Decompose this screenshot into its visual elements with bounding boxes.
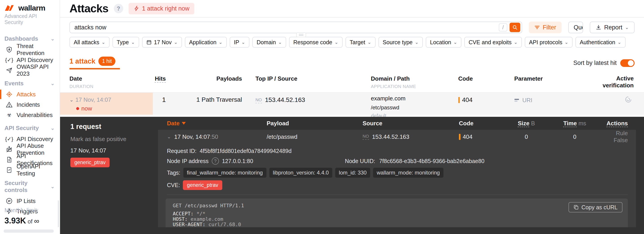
country-flag-NO[interactable]: NO: [256, 97, 262, 103]
rule-action[interactable]: Rule: [616, 130, 628, 137]
attack-type-tag[interactable]: generic_ptrav: [70, 158, 110, 167]
copy-icon: [574, 205, 579, 210]
sidebar-item-threat-prevention[interactable]: Threat Prevention: [0, 44, 60, 55]
braces-icon: {✓}: [6, 135, 13, 143]
report-button[interactable]: Report ⌄: [590, 22, 634, 33]
request-row[interactable]: ⌄ 17 Nov, 14:07:50 /etc/passwd NO 153.44…: [158, 130, 636, 143]
chevron-down-icon[interactable]: ⌄: [167, 134, 171, 140]
mark-false-positive-link[interactable]: Mark as false positive: [70, 136, 158, 143]
col-payload: Payload: [267, 120, 362, 127]
filter-chip-all-attacks[interactable]: All attacks⌄: [70, 37, 110, 48]
col-size[interactable]: Size B: [504, 120, 549, 127]
shield-bolt-icon: [6, 46, 13, 53]
cve-tag[interactable]: generic_ptrav: [183, 180, 222, 190]
col-date: Date: [70, 75, 146, 82]
sidebar-item-incidents[interactable]: Incidents: [0, 99, 60, 110]
chevron-down-icon: ⌄: [368, 40, 371, 45]
filter-chip-source-type[interactable]: Source type⌄: [378, 37, 423, 48]
filter-chip-target[interactable]: Target⌄: [346, 37, 376, 48]
request-size: 0: [504, 133, 549, 140]
tab-attacks-results[interactable]: 1 attack 1 hit: [70, 57, 116, 69]
attack-parameter: URI: [522, 97, 532, 104]
col-hits[interactable]: Hits: [155, 75, 166, 82]
tag-chip[interactable]: wallarm_mode: monitoring: [373, 168, 443, 178]
search-button[interactable]: [510, 23, 520, 32]
filter-chip-ip[interactable]: IP⌄: [230, 37, 250, 48]
filter-chip-cve[interactable]: CVE and exploits⌄: [464, 37, 522, 48]
sidebar-scrollbar[interactable]: [58, 200, 59, 227]
attack-now-badge[interactable]: 1 attack right now: [128, 3, 194, 14]
monthly-limit-used: 3.93K: [4, 216, 26, 225]
filter-chips-row: All attacks⌄ Type⌄ 17 Nov⌄ Application⌄ …: [70, 37, 634, 48]
tag-chip[interactable]: libproton_version: 4.4.0: [269, 168, 332, 178]
sidebar-item-vulnerabilities[interactable]: ☣ Vulnerabilities: [0, 110, 60, 120]
attack-table-row[interactable]: ⌄ 17 Nov, 14:07 now 1 1 Path Traversal N…: [60, 93, 644, 115]
crosshair-icon: [6, 90, 13, 98]
col-date-sort[interactable]: Date: [167, 120, 267, 127]
ip-circle-icon: IP: [6, 197, 13, 205]
brand-subtitle: Advanced API Security: [4, 13, 55, 25]
queries-button[interactable]: Queries ⌄: [569, 22, 583, 33]
copy-as-curl-button[interactable]: Copy as cURL: [568, 202, 622, 212]
false-action[interactable]: False: [614, 137, 628, 144]
main-area: Attacks ? 1 attack right now /: [60, 0, 644, 234]
chevron-down-icon: ⌄: [174, 40, 178, 45]
cve-label: CVE:: [167, 182, 180, 188]
country-flag-NO[interactable]: NO: [362, 134, 369, 140]
requests-table: Date Payload Source Code Size B Time ms …: [158, 117, 636, 234]
col-time[interactable]: Time ms: [549, 120, 600, 127]
robot-icon: [6, 146, 13, 153]
queries-group: Queries ⌄ ☆: [568, 22, 583, 33]
sidebar-item-attacks[interactable]: Attacks: [0, 89, 60, 99]
request-id-label: Request ID:: [167, 148, 196, 154]
filter-button[interactable]: Filter: [529, 22, 562, 33]
braces-icon: {✓}: [6, 56, 13, 64]
filter-chip-date[interactable]: 17 Nov⌄: [142, 37, 182, 48]
help-icon[interactable]: ?: [212, 157, 219, 165]
detail-summary: 1 request Mark as false positive 17 Nov,…: [60, 117, 158, 234]
sidebar-item-owasp-api-2023[interactable]: OWASP API 2023: [0, 65, 60, 75]
filter-chip-type[interactable]: Type⌄: [112, 37, 139, 48]
filter-chip-response-code[interactable]: Response code⌄: [289, 37, 342, 48]
attack-date: 17 Nov, 14:07: [75, 96, 111, 103]
filter-chip-domain[interactable]: Domain⌄: [252, 37, 286, 48]
requests-table-header: Date Payload Source Code Size B Time ms …: [158, 117, 636, 130]
search-toolbar: / Filter Queries ⌄ ☆: [70, 22, 634, 33]
col-source: Source: [362, 120, 459, 127]
help-icon[interactable]: ?: [114, 4, 123, 13]
page-title: Attacks: [70, 2, 108, 15]
infinity-icon: ∞: [34, 217, 39, 225]
nav-section-security-controls[interactable]: Security controls⌄: [0, 177, 60, 196]
collapse-handle[interactable]: [296, 32, 306, 37]
filter-chip-api-protocols[interactable]: API protocols⌄: [525, 37, 572, 48]
col-duration: DURATION: [70, 84, 146, 89]
tag-chip[interactable]: lom_id: 330: [335, 168, 370, 178]
attack-hits: 1: [146, 93, 166, 119]
filter-chip-application[interactable]: Application⌄: [185, 37, 227, 48]
chevron-down-icon[interactable]: ⌄: [70, 97, 74, 103]
nav-section-events[interactable]: Events⌄: [0, 78, 60, 89]
tags-label: Tags:: [167, 170, 180, 176]
sidebar-nav: Dashboards⌄ Threat Prevention {✓} API Di…: [0, 33, 60, 216]
sort-desc-icon: [182, 122, 186, 125]
sort-toggle[interactable]: [620, 59, 634, 67]
tag-chip[interactable]: final_wallarm_mode: monitoring: [183, 168, 266, 178]
sidebar-item-ip-lists[interactable]: IP IP Lists: [0, 196, 60, 206]
filter-chip-authentication[interactable]: Authentication⌄: [576, 37, 626, 48]
divider: [167, 194, 628, 195]
warning-icon: [6, 101, 13, 108]
sidebar-item-openapi-testing[interactable]: OpenAPI Testing: [0, 165, 60, 175]
search-input[interactable]: [70, 24, 499, 31]
download-icon: [596, 25, 602, 30]
nav-section-api-security[interactable]: API Security⌄: [0, 123, 60, 134]
http-request-block: GET /etc/passwd HTTP/1.1 ACCEPT: */* HOS…: [166, 198, 628, 227]
chevron-down-icon: ⌄: [102, 40, 105, 45]
detail-attack-time: 17 Nov, 14:07: [70, 147, 158, 154]
chevron-down-icon: ⌄: [618, 40, 621, 45]
filter-chip-location[interactable]: Location⌄: [426, 37, 462, 48]
request-date-seconds: :50: [210, 133, 218, 140]
col-actions[interactable]: Actions: [600, 120, 628, 127]
code-status-bar: [458, 97, 460, 103]
col-domain-path: Domain / Path: [371, 75, 458, 82]
paper-plane-icon: [6, 66, 13, 74]
